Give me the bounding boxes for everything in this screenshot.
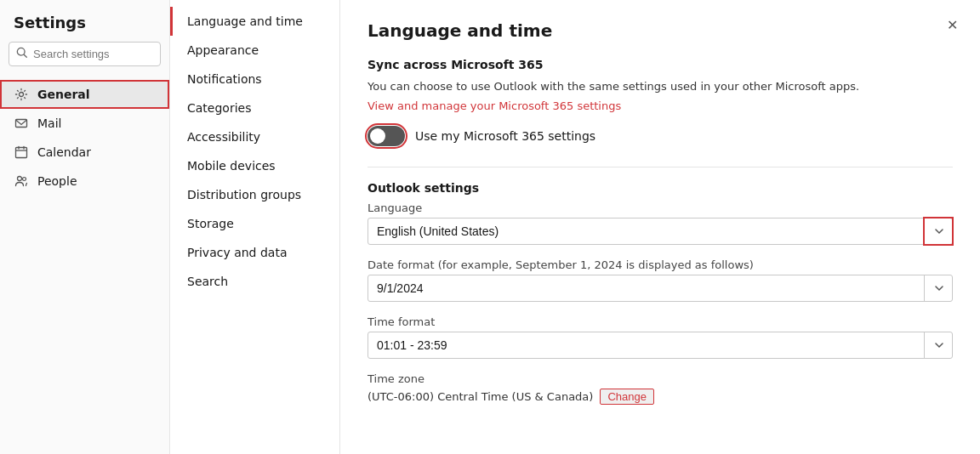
time-format-label: Time format xyxy=(368,315,953,328)
toggle-label: Use my Microsoft 365 settings xyxy=(415,129,595,143)
sync-description: You can choose to use Outlook with the s… xyxy=(368,78,953,95)
middle-item-notifications[interactable]: Notifications xyxy=(170,65,339,94)
calendar-icon xyxy=(14,145,29,160)
outlook-section-heading: Outlook settings xyxy=(368,181,953,195)
date-format-dropdown-container: 9/1/2024 1/9/2024 September 1, 2024 1 Se… xyxy=(368,275,953,302)
middle-item-language-and-time[interactable]: Language and time xyxy=(170,7,339,36)
timezone-row: (UTC-06:00) Central Time (US & Canada) C… xyxy=(368,389,953,405)
mail-icon xyxy=(14,116,29,131)
close-button[interactable]: ✕ xyxy=(942,14,963,37)
sidebar-item-mail[interactable]: Mail xyxy=(0,109,169,138)
timezone-value: (UTC-06:00) Central Time (US & Canada) xyxy=(368,390,593,403)
svg-rect-4 xyxy=(16,148,27,158)
sidebar-item-label-people: People xyxy=(37,174,77,188)
sidebar-item-label-mail: Mail xyxy=(37,116,61,130)
middle-item-search[interactable]: Search xyxy=(170,267,339,296)
sidebar-item-label-calendar: Calendar xyxy=(37,145,91,159)
settings-window: Settings General xyxy=(0,0,980,454)
gear-icon xyxy=(14,87,29,102)
svg-point-2 xyxy=(20,93,24,97)
language-select[interactable]: English (United States) English (United … xyxy=(368,218,953,245)
change-timezone-button[interactable]: Change xyxy=(600,389,654,405)
toggle-thumb xyxy=(370,128,385,144)
search-input[interactable] xyxy=(33,48,153,60)
middle-panel: Language and time Appearance Notificatio… xyxy=(170,0,340,454)
middle-item-accessibility[interactable]: Accessibility xyxy=(170,122,339,151)
timezone-section: Time zone (UTC-06:00) Central Time (US &… xyxy=(368,372,953,405)
svg-line-1 xyxy=(24,54,26,57)
middle-item-privacy-and-data[interactable]: Privacy and data xyxy=(170,238,339,267)
time-format-select[interactable]: 01:01 - 23:59 1:01 AM - 11:59 PM xyxy=(368,332,953,359)
date-format-select[interactable]: 9/1/2024 1/9/2024 September 1, 2024 1 Se… xyxy=(368,275,953,302)
middle-item-appearance[interactable]: Appearance xyxy=(170,36,339,65)
sidebar-item-calendar[interactable]: Calendar xyxy=(0,138,169,167)
ms365-toggle-container[interactable] xyxy=(368,126,405,146)
language-label: Language xyxy=(368,201,953,214)
sync-section-heading: Sync across Microsoft 365 xyxy=(368,58,953,71)
sidebar-item-general[interactable]: General xyxy=(0,80,169,109)
middle-item-storage[interactable]: Storage xyxy=(170,209,339,238)
middle-item-categories[interactable]: Categories xyxy=(170,94,339,122)
search-icon xyxy=(16,47,28,61)
search-box[interactable] xyxy=(9,42,161,66)
ms365-toggle[interactable] xyxy=(368,126,405,146)
middle-item-mobile-devices[interactable]: Mobile devices xyxy=(170,151,339,180)
section-divider xyxy=(368,167,953,167)
sidebar-item-label-general: General xyxy=(37,88,90,101)
settings-title: Settings xyxy=(0,14,169,42)
date-format-label: Date format (for example, September 1, 2… xyxy=(368,258,953,271)
middle-item-distribution-groups[interactable]: Distribution groups xyxy=(170,180,339,209)
language-dropdown-container: English (United States) English (United … xyxy=(368,218,953,245)
people-icon xyxy=(14,173,29,189)
page-title: Language and time xyxy=(368,20,953,41)
main-panel: ✕ Language and time Sync across Microsof… xyxy=(340,0,980,454)
toggle-row: Use my Microsoft 365 settings xyxy=(368,126,953,146)
svg-point-9 xyxy=(23,178,26,181)
left-panel: Settings General xyxy=(0,0,170,454)
svg-point-8 xyxy=(18,177,22,181)
timezone-label: Time zone xyxy=(368,372,953,385)
sidebar-item-people[interactable]: People xyxy=(0,167,169,196)
ms365-settings-link[interactable]: View and manage your Microsoft 365 setti… xyxy=(368,99,621,112)
time-format-dropdown-container: 01:01 - 23:59 1:01 AM - 11:59 PM xyxy=(368,332,953,359)
